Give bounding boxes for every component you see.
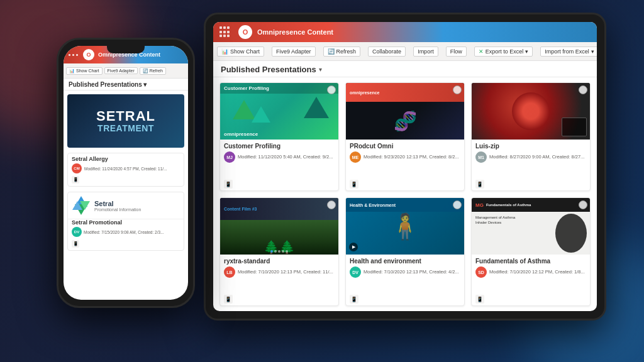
card-luis-zip[interactable]: Luis-zip M1 Modified: 8/27/2020 9:00 AM,…	[471, 82, 591, 191]
phone-dots-icon	[69, 54, 78, 56]
card-body-1: Customer Profiling MJ Modified: 11/12/20…	[220, 140, 338, 178]
card-author-row-4: LB Modified: 7/10/2020 12:13 PM, Created…	[224, 266, 335, 278]
health-play-button[interactable]: ▶	[349, 243, 358, 251]
phone-card-name-allergy: Setral Allergy	[68, 153, 184, 163]
phone-big-card-bg: SETRAL TREATMENT	[67, 94, 184, 148]
card-author-row-1: MJ Modified: 11/12/2020 5:40 AM, Created…	[224, 151, 335, 163]
card-thumb-3	[472, 83, 590, 140]
asthma-body: Management of AsthmaInhaler Devices	[472, 212, 590, 255]
thumb-triangles: omnipresence	[220, 94, 338, 140]
card-author-row-5: DV Modified: 7/10/2020 12:13 PM, Created…	[350, 266, 460, 278]
phone-card-setral-treatment[interactable]: SETRAL TREATMENT	[67, 94, 184, 148]
dots-menu-icon[interactable]	[219, 26, 231, 38]
card-customer-profiling[interactable]: Customer Profiling omnipresence Customer…	[219, 82, 339, 191]
card-footer-6: 📱	[472, 293, 590, 305]
phone-refresh-button[interactable]: 🔄 Refreh	[140, 67, 166, 75]
phone-refresh-icon: 🔄	[143, 69, 148, 74]
page-title-dropdown-arrow[interactable]: ▾	[319, 66, 322, 73]
card-thumb-4: Content Film #3 🌲 🌲	[220, 198, 338, 255]
card-thumb-5: Health & Environment 🧍 ▶	[346, 198, 464, 255]
card-thumb-1: Customer Profiling omnipresence	[220, 83, 338, 140]
card-checkbox-5[interactable]	[453, 200, 462, 209]
card-checkbox-1[interactable]	[327, 85, 336, 94]
import-excel-button[interactable]: Import from Excel ▾	[540, 47, 597, 57]
card-checkbox-6[interactable]	[579, 200, 587, 209]
phone-chart-icon: 📊	[69, 69, 75, 74]
page-header: Published Presentations ▾	[213, 61, 597, 77]
nature-bg: 🌲 🌲	[220, 220, 338, 255]
card-asthma[interactable]: MG Fundamentals of Asthma Management of …	[471, 197, 591, 306]
ryxtra-nature: 🌲 🌲	[220, 220, 338, 255]
card-action-icon-6[interactable]: 📱	[475, 295, 484, 304]
card-meta-3: Modified: 8/27/2020 9:00 AM, Created: 8/…	[489, 154, 584, 160]
five9-adapter-button[interactable]: Five9 Adapter	[272, 47, 316, 57]
card-name-2: PRodcut Omni	[350, 143, 460, 150]
phone-card-author-promo: DV Modified: 7/15/2020 9:08 AM, Created:…	[68, 227, 184, 239]
presentations-grid: Customer Profiling omnipresence Customer…	[213, 77, 597, 311]
triangle-dark	[304, 97, 329, 118]
phone-action-icon-allergy[interactable]: 📱	[72, 176, 79, 184]
phone-avatar-promo: DV	[72, 227, 82, 237]
page-title: Published Presentations	[221, 65, 316, 74]
card-author-row-6: SD Modified: 7/10/2020 12:12 PM, Created…	[475, 266, 586, 278]
triangle-teal	[252, 106, 270, 123]
chart-icon: 📊	[221, 48, 228, 55]
phone-notch	[107, 46, 145, 53]
omni-logo-text: omnipresence	[224, 131, 258, 137]
card-meta-2: Modified: 9/23/2020 12:13 PM, Created: 8…	[364, 154, 459, 160]
card-meta-6: Modified: 7/10/2020 12:12 PM, Created: 1…	[489, 269, 585, 275]
card-action-icon-2[interactable]: 📱	[350, 180, 358, 189]
dropdown-arrow-import: ▾	[591, 48, 594, 55]
refresh-button[interactable]: 🔄 Refresh	[323, 47, 361, 57]
card-meta-1: Modified: 11/12/2020 5:40 AM, Created: 9…	[238, 154, 333, 160]
card-product-omni[interactable]: omnipresence 🧬 PRodcut Omni ME Modified:…	[345, 82, 465, 191]
phone-toolbar: 📊 Show Chart Five9 Adapter 🔄 Refreh	[64, 63, 188, 79]
slide-dots	[270, 250, 288, 253]
phone-app-logo: O	[83, 49, 94, 60]
product-top-bar: omnipresence	[346, 83, 464, 102]
card-meta-5: Modified: 7/10/2020 12:13 PM, Created: 4…	[364, 269, 459, 275]
phone-device: O Omnipresence Content 📊 Show Chart Five…	[57, 38, 195, 308]
phone-page-title: Published Presentations ▾	[69, 81, 183, 88]
slide-dot-2	[274, 250, 277, 253]
asthma-logo: MG	[475, 202, 484, 208]
phone-card-setral-promo[interactable]: Setral Promotional Information Setral Pr…	[67, 192, 184, 251]
phone-page-header: Published Presentations ▾	[64, 79, 188, 90]
card-checkbox-3[interactable]	[579, 85, 587, 94]
refresh-icon: 🔄	[328, 48, 335, 55]
card-checkbox-2[interactable]	[453, 85, 462, 94]
show-chart-button[interactable]: 📊 Show Chart	[217, 47, 264, 57]
export-excel-button[interactable]: ✕ Export to Excel ▾	[474, 47, 533, 57]
card-action-icon-3[interactable]: 📱	[475, 180, 484, 189]
card-thumb-2: omnipresence 🧬	[346, 83, 464, 140]
phone-action-icon-promo[interactable]: 📱	[72, 240, 79, 248]
flow-button[interactable]: Flow	[446, 47, 467, 57]
card-action-icon-1[interactable]: 📱	[224, 180, 233, 189]
phone-card-setral-allergy[interactable]: Setral Allergy CM Modified: 11/24/2020 4…	[67, 153, 184, 187]
card-footer-1: 📱	[220, 178, 338, 190]
card-action-icon-4[interactable]: 📱	[224, 295, 233, 304]
avatar-1: MJ	[224, 151, 235, 163]
card-body-6: Fundamentals of Asthma SD Modified: 7/10…	[472, 255, 590, 293]
card-ryxtra[interactable]: Content Film #3 🌲 🌲	[219, 197, 339, 306]
avatar-6: SD	[475, 266, 487, 278]
phone-five9-button[interactable]: Five9 Adapter	[104, 67, 138, 74]
phone-card-footer-allergy: 📱	[68, 175, 184, 186]
card-author-row-2: ME Modified: 9/23/2020 12:13 PM, Created…	[350, 151, 460, 163]
tablet-device: O Omnipresence Content 📊 Show Chart Five…	[204, 13, 606, 321]
ryxtra-top-label: Content Film #3	[220, 198, 338, 220]
phone-avatar-allergy: CM	[72, 163, 82, 173]
collaborate-button[interactable]: Collaborate	[368, 47, 406, 57]
phone-show-chart-button[interactable]: 📊 Show Chart	[66, 67, 103, 75]
phone-card-meta-promo: Modified: 7/15/2020 9:08 AM, Created: 2/…	[84, 230, 164, 234]
card-action-icon-5[interactable]: 📱	[350, 295, 358, 304]
luis-brain-image	[472, 83, 590, 140]
card-health[interactable]: Health & Environment 🧍 ▶ Health and envi…	[345, 197, 465, 306]
phone-content: SETRAL TREATMENT Setral Allergy CM Modif…	[64, 90, 188, 300]
setral-logo-text: Setral	[94, 200, 141, 207]
phone-card-name-promo: Setral Promotional	[68, 219, 184, 227]
slide-dot-1	[270, 250, 273, 253]
setral-promo-sub: Promotional Information	[94, 207, 141, 212]
import-button[interactable]: Import	[413, 47, 438, 57]
card-checkbox-4[interactable]	[327, 200, 336, 209]
